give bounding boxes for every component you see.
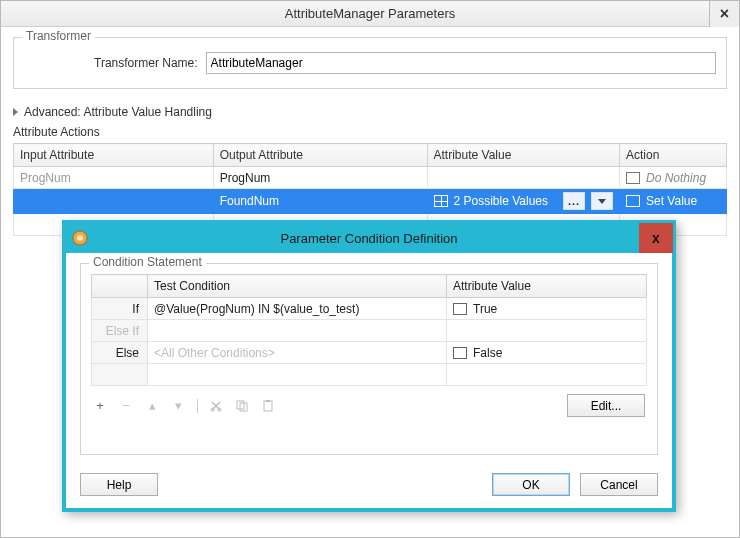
- cell-output-attribute[interactable]: FoundNum: [213, 189, 427, 214]
- cell-input-attribute[interactable]: ProgNum: [14, 167, 214, 189]
- copy-button[interactable]: [236, 400, 250, 412]
- move-up-button[interactable]: ▴: [145, 398, 159, 413]
- svg-rect-6: [264, 401, 272, 411]
- action-icon: [626, 172, 640, 184]
- table-header-row: Input Attribute Output Attribute Attribu…: [14, 144, 727, 167]
- table-row-selected[interactable]: FoundNum 2 Possible Values ...: [14, 189, 727, 214]
- transformer-group: Transformer Transformer Name:: [13, 37, 727, 89]
- close-icon: ×: [720, 5, 729, 23]
- cell-attribute-value[interactable]: 2 Possible Values ...: [427, 189, 620, 214]
- header-test-condition[interactable]: Test Condition: [148, 275, 447, 298]
- attribute-value-cell[interactable]: False: [447, 342, 647, 364]
- condition-header-row: Test Condition Attribute Value: [92, 275, 647, 298]
- header-attribute-value[interactable]: Attribute Value: [447, 275, 647, 298]
- header-attribute-value[interactable]: Attribute Value: [427, 144, 620, 167]
- svg-rect-7: [266, 400, 270, 402]
- cell-action[interactable]: Set Value: [620, 189, 727, 214]
- transformer-legend: Transformer: [22, 29, 95, 43]
- cut-button[interactable]: [210, 400, 224, 412]
- svg-point-1: [77, 235, 83, 241]
- attribute-value-cell[interactable]: True: [447, 298, 647, 320]
- cell-input-attribute[interactable]: [14, 189, 214, 214]
- value-edit-button[interactable]: ...: [563, 192, 585, 210]
- test-condition-cell[interactable]: <All Other Conditions>: [148, 342, 447, 364]
- value-icon: [453, 347, 467, 359]
- dialog-title: AttributeManager Parameters: [285, 6, 456, 21]
- toolbar-separator: [197, 399, 198, 413]
- dialog-titlebar[interactable]: AttributeManager Parameters ×: [1, 1, 739, 27]
- action-text: Set Value: [646, 194, 697, 208]
- cell-attribute-value[interactable]: [427, 167, 620, 189]
- help-button[interactable]: Help: [80, 473, 158, 496]
- action-icon: [626, 195, 640, 207]
- action-text: Do Nothing: [646, 171, 706, 185]
- modal-title: Parameter Condition Definition: [280, 231, 457, 246]
- transformer-name-label: Transformer Name:: [94, 56, 198, 70]
- edit-button[interactable]: Edit...: [567, 394, 645, 417]
- attribute-value-text: True: [473, 302, 497, 316]
- grid-icon: [434, 195, 448, 207]
- condition-row-elseif[interactable]: Else If: [92, 320, 647, 342]
- cell-output-attribute[interactable]: ProgNum: [213, 167, 427, 189]
- attribute-value-text: False: [473, 346, 502, 360]
- table-row[interactable]: ProgNum ProgNum Do Nothing: [14, 167, 727, 189]
- modal-close-button[interactable]: x: [639, 223, 673, 253]
- keyword-cell: Else: [92, 342, 148, 364]
- cell-action[interactable]: Do Nothing: [620, 167, 727, 189]
- condition-toolbar: + − ▴ ▾ Edit...: [91, 386, 647, 419]
- header-output-attribute[interactable]: Output Attribute: [213, 144, 427, 167]
- header-input-attribute[interactable]: Input Attribute: [14, 144, 214, 167]
- advanced-disclosure[interactable]: Advanced: Attribute Value Handling: [13, 99, 727, 121]
- header-action[interactable]: Action: [620, 144, 727, 167]
- app-icon: [71, 229, 89, 247]
- condition-statement-group: Condition Statement Test Condition Attri…: [80, 263, 658, 455]
- modal-titlebar[interactable]: Parameter Condition Definition x: [65, 223, 673, 253]
- close-icon: x: [652, 230, 660, 246]
- keyword-cell: Else If: [92, 320, 148, 342]
- copy-icon: [236, 400, 248, 412]
- value-icon: [453, 303, 467, 315]
- advanced-label: Advanced: Attribute Value Handling: [24, 105, 212, 119]
- add-button[interactable]: +: [93, 398, 107, 413]
- dialog-content: Transformer Transformer Name: Advanced: …: [1, 27, 739, 248]
- modal-body: Condition Statement Test Condition Attri…: [66, 253, 672, 473]
- keyword-cell: If: [92, 298, 148, 320]
- condition-row-empty[interactable]: [92, 364, 647, 386]
- triangle-right-icon: [13, 108, 18, 116]
- remove-button[interactable]: −: [119, 398, 133, 413]
- cancel-button[interactable]: Cancel: [580, 473, 658, 496]
- close-button[interactable]: ×: [709, 1, 739, 27]
- value-dropdown-button[interactable]: [591, 192, 613, 210]
- attribute-value-cell[interactable]: [447, 320, 647, 342]
- modal-footer: Help OK Cancel: [66, 473, 672, 508]
- chevron-down-icon: [598, 199, 606, 204]
- condition-row-if[interactable]: If @Value(ProgNum) IN $(value_to_test) T…: [92, 298, 647, 320]
- parameter-condition-dialog: Parameter Condition Definition x Conditi…: [62, 220, 676, 512]
- transformer-name-row: Transformer Name:: [24, 48, 716, 78]
- condition-legend: Condition Statement: [89, 255, 206, 269]
- test-condition-cell[interactable]: [148, 320, 447, 342]
- condition-table: Test Condition Attribute Value If @Value…: [91, 274, 647, 386]
- condition-row-else[interactable]: Else <All Other Conditions> False: [92, 342, 647, 364]
- ok-button[interactable]: OK: [492, 473, 570, 496]
- scissors-icon: [210, 400, 222, 412]
- test-condition-cell[interactable]: @Value(ProgNum) IN $(value_to_test): [148, 298, 447, 320]
- value-text: 2 Possible Values: [454, 194, 549, 208]
- paste-button[interactable]: [262, 400, 276, 412]
- clipboard-icon: [262, 400, 274, 412]
- transformer-name-input[interactable]: [206, 52, 716, 74]
- attribute-actions-label: Attribute Actions: [13, 121, 727, 143]
- move-down-button[interactable]: ▾: [171, 398, 185, 413]
- header-keyword: [92, 275, 148, 298]
